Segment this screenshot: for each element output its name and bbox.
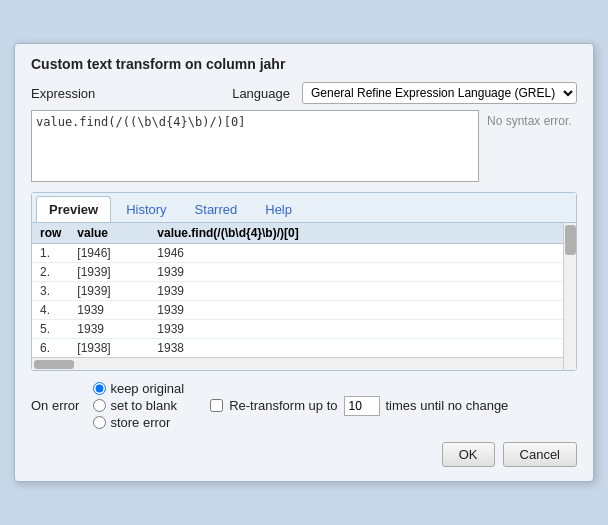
radio-store-error-input[interactable] — [93, 416, 106, 429]
vertical-scrollbar[interactable] — [563, 223, 576, 370]
cell-value: 1939 — [69, 320, 149, 339]
custom-transform-dialog: Custom text transform on column jahr Exp… — [14, 43, 594, 482]
button-row: OK Cancel — [31, 442, 577, 467]
preview-table-wrap[interactable]: row value value.find(/(\b\d{4}\b)/)[0] 1… — [32, 223, 576, 357]
language-select[interactable]: General Refine Expression Language (GREL… — [302, 82, 577, 104]
syntax-status: No syntax error. — [487, 110, 577, 128]
table-row: 3. [1939] 1939 — [32, 282, 563, 301]
retransform-group: Re-transform up to times until no change — [210, 396, 508, 416]
cell-result: 1939 — [149, 282, 563, 301]
preview-table: row value value.find(/(\b\d{4}\b)/)[0] 1… — [32, 223, 563, 357]
retransform-suffix: times until no change — [386, 398, 509, 413]
cell-row: 2. — [32, 263, 69, 282]
radio-keep-original-label: keep original — [110, 381, 184, 396]
cell-result: 1946 — [149, 244, 563, 263]
table-row: 4. 1939 1939 — [32, 301, 563, 320]
table-row: 6. [1938] 1938 — [32, 339, 563, 358]
on-error-label: On error — [31, 398, 79, 413]
scrollbar-thumb — [565, 225, 576, 255]
cell-result: 1939 — [149, 263, 563, 282]
cell-value: [1938] — [69, 339, 149, 358]
cell-value: [1939] — [69, 263, 149, 282]
tab-preview[interactable]: Preview — [36, 196, 111, 222]
tabs-header: Preview History Starred Help — [32, 193, 576, 223]
table-row: 1. [1946] 1946 — [32, 244, 563, 263]
on-error-row: On error keep original set to blank stor… — [31, 381, 577, 430]
table-row: 5. 1939 1939 — [32, 320, 563, 339]
radio-set-blank[interactable]: set to blank — [93, 398, 184, 413]
radio-keep-original[interactable]: keep original — [93, 381, 184, 396]
radio-set-blank-label: set to blank — [110, 398, 177, 413]
cell-row: 1. — [32, 244, 69, 263]
col-header-row: row — [32, 223, 69, 244]
cell-result: 1938 — [149, 339, 563, 358]
cancel-button[interactable]: Cancel — [503, 442, 577, 467]
radio-keep-original-input[interactable] — [93, 382, 106, 395]
col-header-value: value — [69, 223, 149, 244]
cell-value: [1939] — [69, 282, 149, 301]
cell-row: 5. — [32, 320, 69, 339]
ok-button[interactable]: OK — [442, 442, 495, 467]
cell-result: 1939 — [149, 301, 563, 320]
cell-result: 1939 — [149, 320, 563, 339]
table-row: 2. [1939] 1939 — [32, 263, 563, 282]
cell-row: 3. — [32, 282, 69, 301]
cell-row: 4. — [32, 301, 69, 320]
retransform-label: Re-transform up to — [229, 398, 337, 413]
retransform-input[interactable] — [344, 396, 380, 416]
cell-value: [1946] — [69, 244, 149, 263]
horizontal-scrollbar[interactable] — [32, 357, 576, 370]
on-error-radio-group: keep original set to blank store error — [93, 381, 184, 430]
retransform-checkbox[interactable] — [210, 399, 223, 412]
tab-history[interactable]: History — [113, 196, 179, 222]
tab-starred[interactable]: Starred — [182, 196, 251, 222]
radio-store-error-label: store error — [110, 415, 170, 430]
dialog-title: Custom text transform on column jahr — [31, 56, 577, 72]
expression-label: Expression — [31, 86, 101, 101]
tab-help[interactable]: Help — [252, 196, 305, 222]
cell-value: 1939 — [69, 301, 149, 320]
radio-store-error[interactable]: store error — [93, 415, 184, 430]
expression-textarea[interactable]: value.find(/((\b\d{4}\b)/)[0] — [31, 110, 479, 182]
language-label: Language — [232, 86, 290, 101]
table-container: row value value.find(/(\b\d{4}\b)/)[0] 1… — [32, 223, 576, 370]
col-header-result: value.find(/(\b\d{4}\b)/)[0] — [149, 223, 563, 244]
cell-row: 6. — [32, 339, 69, 358]
radio-set-blank-input[interactable] — [93, 399, 106, 412]
h-scrollbar-thumb — [34, 360, 74, 369]
tabs-panel: Preview History Starred Help row value v… — [31, 192, 577, 371]
